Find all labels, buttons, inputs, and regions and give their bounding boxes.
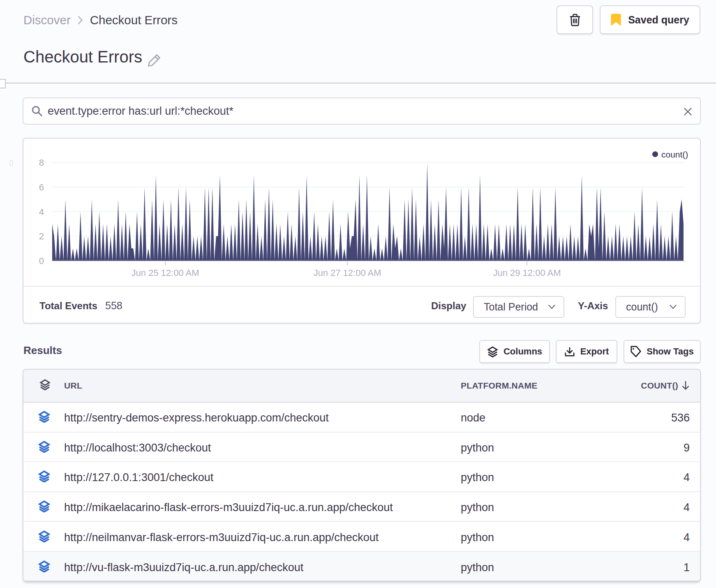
svg-text:Jun 29 12:00 AM: Jun 29 12:00 AM bbox=[493, 268, 561, 278]
svg-text:2: 2 bbox=[39, 231, 44, 241]
svg-text:8: 8 bbox=[39, 157, 44, 168]
svg-text:6: 6 bbox=[39, 182, 44, 192]
svg-text:count(): count() bbox=[661, 150, 688, 159]
svg-text:0: 0 bbox=[39, 256, 44, 266]
svg-text:Jun 25 12:00 AM: Jun 25 12:00 AM bbox=[131, 268, 199, 278]
svg-text:4: 4 bbox=[39, 207, 44, 217]
svg-text:Jun 27 12:00 AM: Jun 27 12:00 AM bbox=[313, 268, 381, 278]
